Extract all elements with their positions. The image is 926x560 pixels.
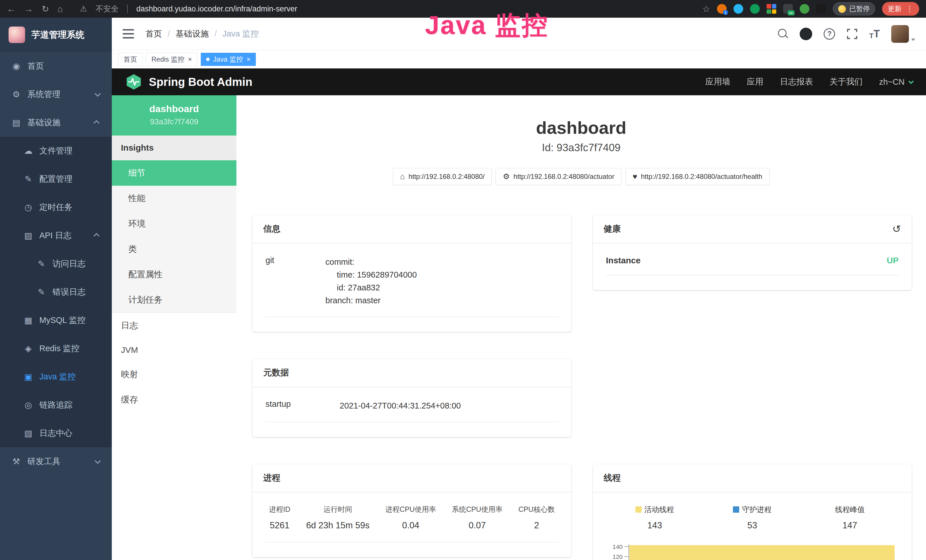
sba-nav-metrics[interactable]: 性能: [112, 186, 236, 211]
mysql-icon: ▦: [22, 315, 35, 325]
hamburger-icon[interactable]: [123, 29, 134, 38]
back-icon[interactable]: ←: [7, 5, 16, 14]
sba-nav-mappings[interactable]: 映射: [112, 362, 236, 387]
instance-id-subtitle: Id: 93a3fc7f7409: [236, 142, 926, 154]
redis-icon: ◈: [22, 344, 35, 353]
sidebar-item-log-center[interactable]: ▧ 日志中心: [0, 419, 112, 447]
service-url-button[interactable]: ⌂ http://192.168.0.2:48080/: [393, 168, 492, 185]
infrastructure-icon: ▤: [10, 118, 23, 127]
log-center-icon: ▧: [22, 428, 35, 438]
sidebar-item-infrastructure[interactable]: ▤ 基础设施: [0, 108, 112, 137]
sidebar-item-system-manage[interactable]: ⚙ 系统管理: [0, 80, 112, 108]
security-label[interactable]: 不安全: [95, 4, 119, 14]
extension-icon[interactable]: [734, 4, 743, 14]
extension-icon[interactable]: on: [783, 4, 793, 14]
extension-icon[interactable]: 1: [717, 4, 727, 14]
sidebar-item-config-manage[interactable]: ✎ 配置管理: [0, 165, 112, 193]
sba-nav-details[interactable]: 细节: [112, 160, 236, 186]
breadcrumb-infrastructure[interactable]: 基础设施: [176, 28, 209, 40]
kebab-menu-icon[interactable]: ⋮: [906, 5, 914, 14]
sba-nav-classes[interactable]: 类: [112, 236, 236, 262]
logo-avatar: [9, 27, 25, 43]
sidebar-item-redis-monitor[interactable]: ◈ Redis 监控: [0, 334, 112, 363]
locale-select[interactable]: zh~CN: [879, 77, 912, 87]
actuator-url-button[interactable]: ⚙ http://192.168.0.2:48080/actuator: [496, 168, 622, 185]
font-size-icon[interactable]: TT: [869, 28, 880, 40]
avatar[interactable]: [891, 25, 909, 43]
sba-nav-caches[interactable]: 缓存: [112, 387, 236, 413]
tab-redis-monitor[interactable]: Redis 监控 ×: [146, 53, 197, 66]
instance-header[interactable]: dashboard 93a3fc7f7409: [112, 95, 236, 136]
sidebar-item-api-logs[interactable]: ▨ API 日志: [0, 221, 112, 250]
breadcrumb-separator: /: [168, 29, 170, 38]
search-icon[interactable]: [778, 29, 788, 39]
metadata-row: startup 2021-04-27T00:44:31.254+08:00: [265, 400, 558, 422]
forward-icon[interactable]: →: [24, 5, 33, 14]
sba-nav-about[interactable]: 关于我们: [830, 76, 863, 88]
address-url[interactable]: dashboard.yudao.iocoder.cn/infra/admin-s…: [136, 5, 297, 14]
sidebar-item-dev-tools[interactable]: ⚒ 研发工具: [0, 447, 112, 475]
sba-nav-jvm[interactable]: JVM: [112, 338, 236, 362]
info-key: git: [265, 256, 325, 307]
sidebar-item-error-logs[interactable]: ✎ 错误日志: [0, 278, 112, 306]
sba-nav-environment[interactable]: 环境: [112, 211, 236, 236]
sba-nav-scheduled-tasks[interactable]: 计划任务: [112, 287, 236, 313]
sidebar-item-scheduled-tasks[interactable]: ◷ 定时任务: [0, 193, 112, 221]
tab-java-monitor[interactable]: Java 监控 ×: [201, 53, 256, 66]
sidebar-item-mysql-monitor[interactable]: ▦ MySQL 监控: [0, 306, 112, 334]
update-button[interactable]: 更新 ⋮: [882, 2, 919, 16]
cards-grid: 信息 git commit: time: 1596289704000 id: 2…: [236, 185, 926, 560]
history-icon[interactable]: ↺: [892, 224, 901, 234]
stat-cpu-cores: CPU核心数 2: [519, 505, 555, 531]
github-icon[interactable]: [800, 28, 812, 40]
tab-close-icon[interactable]: ×: [247, 56, 250, 63]
health-url-button[interactable]: ♥ http://192.168.0.2:48080/actuator/heal…: [625, 168, 769, 185]
sba-brand[interactable]: Spring Boot Admin: [126, 74, 253, 90]
user-menu[interactable]: [891, 25, 915, 43]
extension-icon[interactable]: [767, 4, 776, 14]
heartbeat-icon: ♥: [632, 172, 637, 181]
dashboard-icon: ◉: [10, 61, 23, 71]
sba-nav-applications[interactable]: 应用: [747, 76, 763, 88]
sba-nav-logs[interactable]: 日志: [112, 313, 236, 338]
browser-home-icon[interactable]: ⌂: [57, 5, 63, 14]
svg-text:120: 120: [612, 554, 622, 560]
sba-nav-journal[interactable]: 日志报表: [780, 76, 813, 88]
help-icon[interactable]: ?: [824, 28, 835, 40]
sba-content: dashboard Id: 93a3fc7f7409 ⌂ http://192.…: [236, 95, 926, 560]
sba-nav: 应用墙 应用 日志报表 关于我们 zh~CN: [705, 76, 912, 88]
fullscreen-icon[interactable]: [846, 28, 858, 40]
instance-links: ⌂ http://192.168.0.2:48080/ ⚙ http://192…: [236, 168, 926, 185]
reload-icon[interactable]: ↻: [42, 5, 49, 14]
legend-peak-threads: 线程峰值 147: [801, 505, 899, 531]
paused-badge[interactable]: 已暂停: [833, 2, 875, 15]
sidebar-item-home[interactable]: ◉ 首页: [0, 52, 112, 80]
bookmark-star-icon[interactable]: ☆: [702, 5, 710, 14]
breadcrumb-home[interactable]: 首页: [145, 28, 162, 40]
tab-close-icon[interactable]: ×: [188, 56, 192, 63]
sidebar-item-trace[interactable]: ◎ 链路追踪: [0, 391, 112, 419]
process-stats: 进程ID 5261 运行时间 6d 23h 15m 59s 进程CPU使用率: [265, 505, 558, 542]
sidebar-item-java-monitor[interactable]: ▣ Java 监控: [0, 363, 112, 391]
infrastructure-submenu: ☁ 文件管理 ✎ 配置管理 ◷ 定时任务 ▨ API 日志: [0, 137, 112, 447]
breadcrumb: 首页 / 基础设施 / Java 监控: [145, 28, 259, 40]
sba-nav-config-props[interactable]: 配置属性: [112, 262, 236, 287]
stat-process-cpu: 进程CPU使用率 0.04: [385, 505, 436, 531]
caret-down-icon: [911, 38, 915, 41]
paused-label: 已暂停: [849, 4, 870, 14]
health-row[interactable]: Instance UP: [606, 256, 899, 275]
extension-icon[interactable]: [750, 4, 760, 14]
tab-home[interactable]: 首页: [118, 53, 142, 66]
sidebar-item-file-manage[interactable]: ☁ 文件管理: [0, 137, 112, 165]
extension-icon[interactable]: [800, 4, 809, 14]
locale-label: zh~CN: [879, 77, 905, 87]
access-log-icon: ✎: [35, 259, 48, 269]
extension-icon[interactable]: [816, 4, 826, 14]
emoji-face-icon: [838, 5, 846, 13]
sidebar-item-access-logs[interactable]: ✎ 访问日志: [0, 250, 112, 278]
svg-text:140: 140: [612, 543, 622, 550]
app-logo[interactable]: 芋道管理系统: [0, 18, 112, 52]
legend-live-threads: 活动线程 143: [606, 505, 704, 531]
sba-nav-wall[interactable]: 应用墙: [705, 76, 730, 88]
gear-icon: ⚙: [10, 89, 23, 99]
